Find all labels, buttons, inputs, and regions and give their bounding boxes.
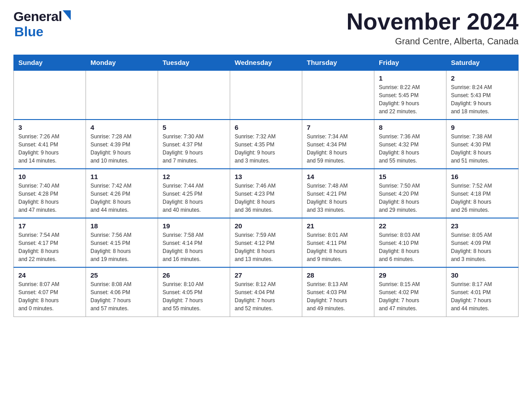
day-number: 30: [451, 271, 514, 279]
calendar-body: 1Sunrise: 8:22 AM Sunset: 5:45 PM Daylig…: [14, 70, 519, 317]
day-info: Sunrise: 7:32 AM Sunset: 4:35 PM Dayligh…: [235, 133, 297, 165]
day-info: Sunrise: 8:13 AM Sunset: 4:03 PM Dayligh…: [307, 280, 369, 313]
day-info: Sunrise: 8:08 AM Sunset: 4:06 PM Dayligh…: [90, 280, 153, 313]
day-number: 18: [90, 222, 153, 230]
day-info: Sunrise: 7:42 AM Sunset: 4:26 PM Dayligh…: [90, 182, 153, 214]
day-number: 25: [90, 271, 153, 279]
day-number: 3: [18, 124, 81, 131]
day-number: 15: [379, 173, 442, 180]
calendar-cell: 3Sunrise: 7:26 AM Sunset: 4:41 PM Daylig…: [14, 120, 86, 169]
calendar-cell: 18Sunrise: 7:56 AM Sunset: 4:15 PM Dayli…: [86, 218, 158, 267]
calendar-cell: 20Sunrise: 7:59 AM Sunset: 4:12 PM Dayli…: [230, 218, 302, 267]
calendar-cell: 17Sunrise: 7:54 AM Sunset: 4:17 PM Dayli…: [14, 218, 86, 267]
location-title: Grand Centre, Alberta, Canada: [347, 36, 519, 47]
svg-marker-0: [63, 10, 71, 20]
calendar-week-3: 10Sunrise: 7:40 AM Sunset: 4:28 PM Dayli…: [14, 169, 519, 218]
day-info: Sunrise: 7:59 AM Sunset: 4:12 PM Dayligh…: [235, 231, 297, 263]
day-info: Sunrise: 7:40 AM Sunset: 4:28 PM Dayligh…: [18, 182, 81, 214]
calendar-cell: 1Sunrise: 8:22 AM Sunset: 5:45 PM Daylig…: [374, 70, 446, 120]
weekday-header-saturday: Saturday: [446, 55, 519, 71]
calendar-cell: 10Sunrise: 7:40 AM Sunset: 4:28 PM Dayli…: [14, 169, 86, 218]
day-info: Sunrise: 7:30 AM Sunset: 4:37 PM Dayligh…: [163, 133, 225, 165]
calendar-cell: [86, 70, 158, 120]
calendar-cell: 19Sunrise: 7:58 AM Sunset: 4:14 PM Dayli…: [158, 218, 230, 267]
day-number: 24: [18, 271, 81, 279]
calendar-cell: 9Sunrise: 7:38 AM Sunset: 4:30 PM Daylig…: [446, 120, 519, 169]
calendar-cell: 26Sunrise: 8:10 AM Sunset: 4:05 PM Dayli…: [158, 267, 230, 317]
calendar-cell: 2Sunrise: 8:24 AM Sunset: 5:43 PM Daylig…: [446, 70, 519, 120]
day-number: 13: [235, 173, 297, 180]
day-info: Sunrise: 7:52 AM Sunset: 4:18 PM Dayligh…: [451, 182, 514, 214]
page-header: General Blue November 2024 Grand Centre,…: [13, 9, 519, 47]
weekday-header-tuesday: Tuesday: [158, 55, 230, 71]
day-number: 26: [163, 271, 225, 279]
day-number: 8: [379, 124, 442, 131]
weekday-header-wednesday: Wednesday: [230, 55, 302, 71]
calendar-cell: [230, 70, 302, 120]
day-info: Sunrise: 8:17 AM Sunset: 4:01 PM Dayligh…: [451, 280, 514, 313]
calendar-cell: 13Sunrise: 7:46 AM Sunset: 4:23 PM Dayli…: [230, 169, 302, 218]
day-info: Sunrise: 8:07 AM Sunset: 4:07 PM Dayligh…: [18, 280, 81, 313]
weekday-header-friday: Friday: [374, 55, 446, 71]
logo-blue: Blue: [14, 24, 43, 39]
day-info: Sunrise: 7:56 AM Sunset: 4:15 PM Dayligh…: [90, 231, 153, 263]
calendar-header-row: SundayMondayTuesdayWednesdayThursdayFrid…: [14, 55, 519, 71]
day-info: Sunrise: 7:50 AM Sunset: 4:20 PM Dayligh…: [379, 182, 442, 214]
day-number: 7: [307, 124, 369, 131]
calendar-cell: 29Sunrise: 8:15 AM Sunset: 4:02 PM Dayli…: [374, 267, 446, 317]
day-info: Sunrise: 8:24 AM Sunset: 5:43 PM Dayligh…: [451, 83, 514, 116]
month-title: November 2024: [347, 9, 519, 34]
day-info: Sunrise: 7:54 AM Sunset: 4:17 PM Dayligh…: [18, 231, 81, 263]
calendar-cell: 14Sunrise: 7:48 AM Sunset: 4:21 PM Dayli…: [302, 169, 374, 218]
day-number: 20: [235, 222, 297, 230]
day-info: Sunrise: 8:22 AM Sunset: 5:45 PM Dayligh…: [379, 83, 442, 116]
day-number: 4: [90, 124, 153, 131]
calendar-week-5: 24Sunrise: 8:07 AM Sunset: 4:07 PM Dayli…: [14, 267, 519, 317]
calendar-week-4: 17Sunrise: 7:54 AM Sunset: 4:17 PM Dayli…: [14, 218, 519, 267]
weekday-header-thursday: Thursday: [302, 55, 374, 71]
calendar-cell: [302, 70, 374, 120]
day-info: Sunrise: 7:44 AM Sunset: 4:25 PM Dayligh…: [163, 182, 225, 214]
logo-triangle-icon: [63, 10, 71, 20]
calendar-cell: 21Sunrise: 8:01 AM Sunset: 4:11 PM Dayli…: [302, 218, 374, 267]
logo: General Blue: [13, 9, 71, 39]
day-info: Sunrise: 7:36 AM Sunset: 4:32 PM Dayligh…: [379, 133, 442, 165]
day-number: 16: [451, 173, 514, 180]
calendar-cell: 23Sunrise: 8:05 AM Sunset: 4:09 PM Dayli…: [446, 218, 519, 267]
calendar-week-2: 3Sunrise: 7:26 AM Sunset: 4:41 PM Daylig…: [14, 120, 519, 169]
calendar-cell: 27Sunrise: 8:12 AM Sunset: 4:04 PM Dayli…: [230, 267, 302, 317]
day-number: 28: [307, 271, 369, 279]
day-number: 22: [379, 222, 442, 230]
day-info: Sunrise: 8:15 AM Sunset: 4:02 PM Dayligh…: [379, 280, 442, 313]
day-number: 14: [307, 173, 369, 180]
weekday-header-sunday: Sunday: [14, 55, 86, 71]
calendar-cell: 30Sunrise: 8:17 AM Sunset: 4:01 PM Dayli…: [446, 267, 519, 317]
title-block: November 2024 Grand Centre, Alberta, Can…: [347, 9, 519, 47]
day-info: Sunrise: 8:12 AM Sunset: 4:04 PM Dayligh…: [235, 280, 297, 313]
day-number: 2: [451, 74, 514, 82]
calendar-cell: 16Sunrise: 7:52 AM Sunset: 4:18 PM Dayli…: [446, 169, 519, 218]
day-info: Sunrise: 8:10 AM Sunset: 4:05 PM Dayligh…: [163, 280, 225, 313]
day-info: Sunrise: 7:58 AM Sunset: 4:14 PM Dayligh…: [163, 231, 225, 263]
calendar-week-1: 1Sunrise: 8:22 AM Sunset: 5:45 PM Daylig…: [14, 70, 519, 120]
calendar-cell: 28Sunrise: 8:13 AM Sunset: 4:03 PM Dayli…: [302, 267, 374, 317]
day-number: 29: [379, 271, 442, 279]
day-info: Sunrise: 8:01 AM Sunset: 4:11 PM Dayligh…: [307, 231, 369, 263]
calendar-cell: 5Sunrise: 7:30 AM Sunset: 4:37 PM Daylig…: [158, 120, 230, 169]
day-number: 11: [90, 173, 153, 180]
weekday-header-monday: Monday: [86, 55, 158, 71]
calendar-cell: 15Sunrise: 7:50 AM Sunset: 4:20 PM Dayli…: [374, 169, 446, 218]
day-number: 17: [18, 222, 81, 230]
day-number: 21: [307, 222, 369, 230]
day-number: 23: [451, 222, 514, 230]
day-number: 5: [163, 124, 225, 131]
calendar-cell: 7Sunrise: 7:34 AM Sunset: 4:34 PM Daylig…: [302, 120, 374, 169]
calendar-cell: 24Sunrise: 8:07 AM Sunset: 4:07 PM Dayli…: [14, 267, 86, 317]
day-number: 6: [235, 124, 297, 131]
day-info: Sunrise: 8:03 AM Sunset: 4:10 PM Dayligh…: [379, 231, 442, 263]
calendar-cell: [158, 70, 230, 120]
calendar-cell: 8Sunrise: 7:36 AM Sunset: 4:32 PM Daylig…: [374, 120, 446, 169]
day-info: Sunrise: 7:26 AM Sunset: 4:41 PM Dayligh…: [18, 133, 81, 165]
day-info: Sunrise: 7:34 AM Sunset: 4:34 PM Dayligh…: [307, 133, 369, 165]
calendar-cell: 11Sunrise: 7:42 AM Sunset: 4:26 PM Dayli…: [86, 169, 158, 218]
